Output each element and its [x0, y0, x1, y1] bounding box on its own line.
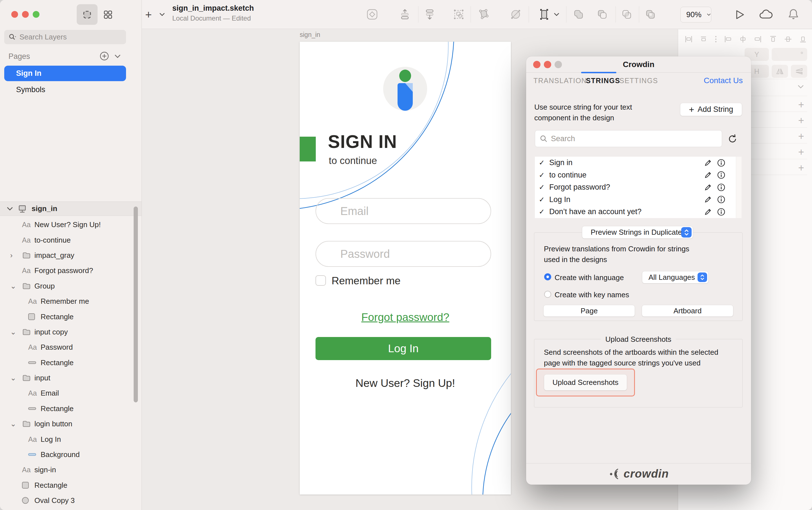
contact-us-link[interactable]: Contact Us [704, 76, 743, 85]
sidebar-page-symbols[interactable]: Symbols [16, 85, 46, 94]
window-minimize-button[interactable] [22, 11, 29, 18]
layer-row[interactable]: ⌄ login button [0, 416, 142, 431]
edit-pencil-icon[interactable] [704, 195, 712, 204]
align-center-horizontal-icon[interactable] [699, 34, 708, 44]
password-field[interactable]: Password [316, 241, 491, 267]
layer-row[interactable]: Rectangle [0, 355, 142, 370]
refresh-strings-icon[interactable] [727, 133, 738, 144]
dialog-titlebar[interactable]: Crowdin [526, 56, 751, 73]
resize-chevron-icon[interactable] [553, 12, 560, 17]
string-row[interactable]: ✓ Sign in [535, 157, 736, 169]
forgot-password-link[interactable]: Forgot password? [300, 311, 511, 324]
cloud-sync-button[interactable] [759, 9, 775, 20]
window-zoom-button[interactable] [33, 11, 39, 18]
edit-pencil-icon[interactable] [704, 159, 712, 167]
email-field[interactable]: Email [316, 198, 491, 224]
info-icon[interactable] [717, 207, 726, 216]
sidebar-scrollbar[interactable] [134, 207, 138, 402]
rotation-field[interactable]: ° [772, 48, 807, 61]
grid-view-toggle[interactable] [97, 4, 118, 25]
preview-strings-dropdown[interactable]: Preview Strings in Duplicate [582, 226, 693, 239]
align-right-edges-icon[interactable] [753, 34, 763, 44]
dialog-close-button[interactable] [533, 61, 541, 68]
info-icon[interactable] [717, 183, 726, 192]
window-close-button[interactable] [11, 11, 18, 18]
edit-pencil-icon[interactable] [704, 171, 712, 179]
align-bottom-icon[interactable] [798, 34, 808, 44]
boolean-subtract-icon[interactable] [596, 8, 609, 21]
boolean-difference-icon[interactable] [644, 8, 657, 21]
search-layers-input[interactable] [20, 33, 115, 41]
string-row[interactable]: ✓ Log In [535, 193, 736, 206]
layer-row[interactable]: Rectangle [0, 401, 142, 416]
add-style-button[interactable]: + [798, 163, 804, 173]
layer-row[interactable]: ⌄ input [0, 370, 142, 386]
tab-strings[interactable]: STRINGS [586, 77, 620, 85]
flip-vertical-button[interactable] [791, 65, 807, 78]
add-style-button[interactable]: + [798, 147, 804, 157]
layer-row[interactable]: Oval Copy 3 [0, 493, 142, 508]
layer-row[interactable]: Rectangle [0, 478, 142, 493]
string-row[interactable]: ✓ Forgot password? [535, 181, 736, 193]
chevron-down-icon[interactable]: ⌄ [10, 282, 16, 290]
tab-translation[interactable]: TRANSLATION [533, 77, 587, 85]
remember-me-checkbox[interactable] [316, 275, 326, 286]
layer-row[interactable]: Aa Remember me [0, 294, 142, 309]
page-button[interactable]: Page [543, 305, 635, 317]
create-with-language-radio[interactable] [544, 273, 551, 280]
resize-constraints-tool-icon[interactable] [538, 8, 551, 21]
send-backward-tool-icon[interactable] [423, 8, 436, 21]
edit-vector-tool-icon[interactable] [476, 8, 490, 21]
align-left-edges-icon[interactable] [723, 34, 733, 44]
layer-row[interactable]: Rectangle [0, 309, 142, 324]
info-icon[interactable] [717, 171, 726, 179]
notifications-bell-button[interactable] [787, 8, 799, 22]
create-with-key-names-radio[interactable] [544, 291, 551, 298]
flip-horizontal-button[interactable] [772, 65, 788, 78]
section-collapse-chevron-icon[interactable] [796, 84, 805, 90]
align-top-icon[interactable] [768, 34, 778, 44]
rotate-tool-icon[interactable] [509, 8, 522, 21]
chevron-down-icon[interactable]: ⌄ [10, 374, 16, 382]
dialog-zoom-button[interactable] [555, 61, 562, 68]
chevron-down-icon[interactable]: ⌄ [10, 420, 16, 427]
add-string-button[interactable]: + Add String [680, 103, 742, 116]
layer-row[interactable]: Aa Password [0, 339, 142, 355]
log-in-button[interactable]: Log In [316, 337, 491, 360]
chevron-right-icon[interactable]: › [10, 251, 13, 259]
artboard-view-toggle[interactable] [77, 4, 97, 25]
string-row[interactable]: ✓ Don’t have an account yet? [535, 206, 736, 218]
tab-settings[interactable]: SETTINGS [619, 77, 658, 85]
chevron-down-icon[interactable]: ⌄ [10, 328, 16, 336]
boolean-intersect-icon[interactable] [620, 8, 634, 21]
search-layers-field[interactable] [4, 30, 126, 44]
align-middle-icon[interactable] [783, 34, 793, 44]
sign-up-text[interactable]: New User? Sign Up! [300, 377, 511, 389]
layers-root-row[interactable]: sign_in [0, 202, 142, 216]
strings-search-input[interactable] [551, 134, 709, 143]
edit-pencil-icon[interactable] [704, 183, 712, 191]
add-page-icon[interactable] [99, 51, 109, 61]
strings-search-field[interactable] [535, 130, 722, 147]
info-icon[interactable] [717, 195, 726, 204]
string-row[interactable]: ✓ to continue [535, 169, 736, 181]
more-options-icon[interactable] [714, 34, 718, 44]
sidebar-page-sign-in[interactable]: Sign In [4, 66, 126, 81]
zoom-level-dropdown[interactable]: 90% [680, 7, 712, 23]
boolean-union-icon[interactable] [572, 8, 585, 21]
add-style-button[interactable]: + [798, 131, 804, 142]
bring-forward-tool-icon[interactable] [398, 8, 412, 21]
layer-row[interactable]: Aa New User? Sign Up! [0, 217, 142, 232]
layer-row[interactable]: Aa sign-in [0, 462, 142, 477]
artboard-title-label[interactable]: sign_in [300, 31, 320, 39]
layer-row[interactable]: ⌄ input copy [0, 324, 142, 339]
layer-row[interactable]: Aa to-continue [0, 232, 142, 247]
info-icon[interactable] [717, 158, 726, 168]
language-dropdown[interactable]: All Languages [642, 271, 708, 283]
align-center-icon[interactable] [738, 34, 748, 44]
add-style-button[interactable]: + [798, 100, 804, 110]
strings-list-scrollbar[interactable] [736, 157, 742, 218]
edit-pencil-icon[interactable] [704, 208, 712, 216]
insert-symbol-tool-icon[interactable] [366, 8, 379, 21]
dialog-minimize-button[interactable] [544, 61, 551, 68]
